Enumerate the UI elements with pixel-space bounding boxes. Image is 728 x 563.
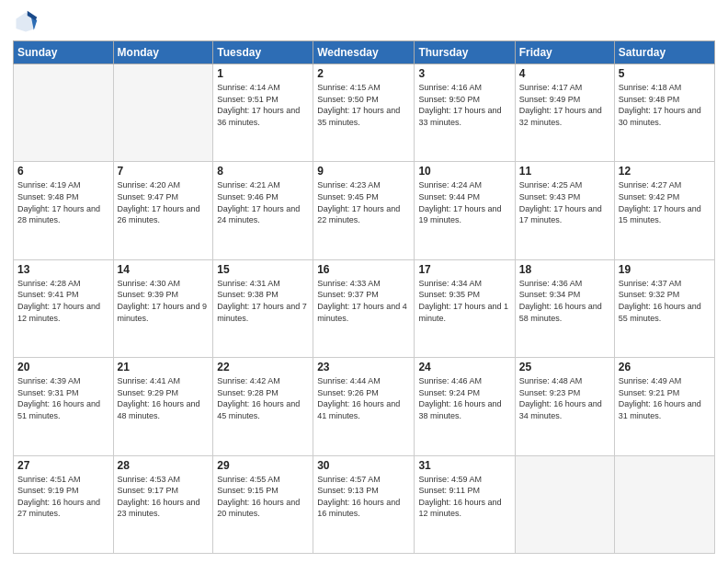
calendar-cell: 1Sunrise: 4:14 AM Sunset: 9:51 PM Daylig… <box>213 64 313 162</box>
day-number: 3 <box>418 67 510 80</box>
calendar-cell: 28Sunrise: 4:53 AM Sunset: 9:17 PM Dayli… <box>113 455 213 553</box>
calendar-table: SundayMondayTuesdayWednesdayThursdayFrid… <box>13 40 715 554</box>
calendar-cell: 9Sunrise: 4:23 AM Sunset: 9:45 PM Daylig… <box>313 162 415 259</box>
day-info: Sunrise: 4:23 AM Sunset: 9:45 PM Dayligh… <box>317 179 410 225</box>
day-info: Sunrise: 4:42 AM Sunset: 9:28 PM Dayligh… <box>217 375 309 421</box>
calendar-week-row: 20Sunrise: 4:39 AM Sunset: 9:31 PM Dayli… <box>14 358 715 455</box>
day-number: 27 <box>17 459 109 472</box>
weekday-header: Thursday <box>415 41 515 64</box>
calendar-cell: 17Sunrise: 4:34 AM Sunset: 9:35 PM Dayli… <box>415 259 515 357</box>
calendar-cell: 7Sunrise: 4:20 AM Sunset: 9:47 PM Daylig… <box>113 162 213 259</box>
day-number: 16 <box>317 263 410 276</box>
weekday-row: SundayMondayTuesdayWednesdayThursdayFrid… <box>14 41 715 64</box>
day-info: Sunrise: 4:41 AM Sunset: 9:29 PM Dayligh… <box>118 375 210 421</box>
day-number: 11 <box>519 165 610 178</box>
day-info: Sunrise: 4:37 AM Sunset: 9:32 PM Dayligh… <box>619 278 711 324</box>
day-info: Sunrise: 4:55 AM Sunset: 9:15 PM Dayligh… <box>217 474 309 520</box>
day-info: Sunrise: 4:19 AM Sunset: 9:48 PM Dayligh… <box>17 179 109 225</box>
calendar-week-row: 6Sunrise: 4:19 AM Sunset: 9:48 PM Daylig… <box>14 162 715 259</box>
day-info: Sunrise: 4:39 AM Sunset: 9:31 PM Dayligh… <box>17 375 109 421</box>
calendar-cell: 30Sunrise: 4:57 AM Sunset: 9:13 PM Dayli… <box>313 455 415 553</box>
calendar-cell: 13Sunrise: 4:28 AM Sunset: 9:41 PM Dayli… <box>14 259 114 357</box>
day-number: 8 <box>217 165 309 178</box>
calendar-cell: 31Sunrise: 4:59 AM Sunset: 9:11 PM Dayli… <box>415 455 515 553</box>
calendar-cell: 22Sunrise: 4:42 AM Sunset: 9:28 PM Dayli… <box>213 358 313 455</box>
calendar-cell: 26Sunrise: 4:49 AM Sunset: 9:21 PM Dayli… <box>614 358 714 455</box>
weekday-header: Sunday <box>14 41 114 64</box>
logo <box>13 9 42 35</box>
day-info: Sunrise: 4:49 AM Sunset: 9:21 PM Dayligh… <box>619 375 711 421</box>
calendar-cell: 27Sunrise: 4:51 AM Sunset: 9:19 PM Dayli… <box>14 455 114 553</box>
calendar-cell: 20Sunrise: 4:39 AM Sunset: 9:31 PM Dayli… <box>14 358 114 455</box>
day-info: Sunrise: 4:14 AM Sunset: 9:51 PM Dayligh… <box>217 82 309 128</box>
day-number: 2 <box>317 67 410 80</box>
day-number: 21 <box>118 361 210 373</box>
calendar-cell: 5Sunrise: 4:18 AM Sunset: 9:48 PM Daylig… <box>614 64 714 162</box>
calendar-body: 1Sunrise: 4:14 AM Sunset: 9:51 PM Daylig… <box>14 64 715 554</box>
day-info: Sunrise: 4:34 AM Sunset: 9:35 PM Dayligh… <box>418 278 510 324</box>
calendar-cell: 6Sunrise: 4:19 AM Sunset: 9:48 PM Daylig… <box>14 162 114 259</box>
weekday-header: Saturday <box>614 41 714 64</box>
weekday-header: Wednesday <box>313 41 415 64</box>
day-number: 28 <box>118 459 210 472</box>
day-number: 31 <box>418 459 510 472</box>
calendar-cell <box>614 455 714 553</box>
calendar-cell: 2Sunrise: 4:15 AM Sunset: 9:50 PM Daylig… <box>313 64 415 162</box>
calendar-cell: 11Sunrise: 4:25 AM Sunset: 9:43 PM Dayli… <box>515 162 614 259</box>
calendar-cell: 25Sunrise: 4:48 AM Sunset: 9:23 PM Dayli… <box>515 358 614 455</box>
day-number: 14 <box>118 263 210 276</box>
calendar-week-row: 1Sunrise: 4:14 AM Sunset: 9:51 PM Daylig… <box>14 64 715 162</box>
calendar-cell: 3Sunrise: 4:16 AM Sunset: 9:50 PM Daylig… <box>415 64 515 162</box>
header <box>13 9 715 35</box>
calendar-cell: 24Sunrise: 4:46 AM Sunset: 9:24 PM Dayli… <box>415 358 515 455</box>
day-number: 25 <box>519 361 610 373</box>
calendar-cell: 19Sunrise: 4:37 AM Sunset: 9:32 PM Dayli… <box>614 259 714 357</box>
calendar-cell <box>515 455 614 553</box>
weekday-header: Monday <box>113 41 213 64</box>
day-info: Sunrise: 4:51 AM Sunset: 9:19 PM Dayligh… <box>17 474 109 520</box>
day-info: Sunrise: 4:33 AM Sunset: 9:37 PM Dayligh… <box>317 278 410 324</box>
day-info: Sunrise: 4:36 AM Sunset: 9:34 PM Dayligh… <box>519 278 610 324</box>
day-number: 6 <box>17 165 109 178</box>
weekday-header: Tuesday <box>213 41 313 64</box>
day-info: Sunrise: 4:20 AM Sunset: 9:47 PM Dayligh… <box>118 179 210 225</box>
day-info: Sunrise: 4:44 AM Sunset: 9:26 PM Dayligh… <box>317 375 410 421</box>
day-info: Sunrise: 4:46 AM Sunset: 9:24 PM Dayligh… <box>418 375 510 421</box>
calendar-cell <box>113 64 213 162</box>
day-info: Sunrise: 4:59 AM Sunset: 9:11 PM Dayligh… <box>418 474 510 520</box>
day-number: 4 <box>519 67 610 80</box>
day-number: 24 <box>418 361 510 373</box>
day-number: 23 <box>317 361 410 373</box>
day-number: 15 <box>217 263 309 276</box>
day-info: Sunrise: 4:24 AM Sunset: 9:44 PM Dayligh… <box>418 179 510 225</box>
day-number: 17 <box>418 263 510 276</box>
calendar-week-row: 27Sunrise: 4:51 AM Sunset: 9:19 PM Dayli… <box>14 455 715 553</box>
calendar-page: SundayMondayTuesdayWednesdayThursdayFrid… <box>0 0 728 563</box>
day-info: Sunrise: 4:25 AM Sunset: 9:43 PM Dayligh… <box>519 179 610 225</box>
day-number: 26 <box>619 361 711 373</box>
day-info: Sunrise: 4:17 AM Sunset: 9:49 PM Dayligh… <box>519 82 610 128</box>
day-info: Sunrise: 4:16 AM Sunset: 9:50 PM Dayligh… <box>418 82 510 128</box>
day-info: Sunrise: 4:53 AM Sunset: 9:17 PM Dayligh… <box>118 474 210 520</box>
calendar-cell: 21Sunrise: 4:41 AM Sunset: 9:29 PM Dayli… <box>113 358 213 455</box>
day-number: 13 <box>17 263 109 276</box>
calendar-cell: 23Sunrise: 4:44 AM Sunset: 9:26 PM Dayli… <box>313 358 415 455</box>
day-number: 29 <box>217 459 309 472</box>
calendar-cell: 15Sunrise: 4:31 AM Sunset: 9:38 PM Dayli… <box>213 259 313 357</box>
day-info: Sunrise: 4:28 AM Sunset: 9:41 PM Dayligh… <box>17 278 109 324</box>
calendar-week-row: 13Sunrise: 4:28 AM Sunset: 9:41 PM Dayli… <box>14 259 715 357</box>
calendar-cell: 29Sunrise: 4:55 AM Sunset: 9:15 PM Dayli… <box>213 455 313 553</box>
calendar-cell: 18Sunrise: 4:36 AM Sunset: 9:34 PM Dayli… <box>515 259 614 357</box>
weekday-header: Friday <box>515 41 614 64</box>
calendar-cell: 4Sunrise: 4:17 AM Sunset: 9:49 PM Daylig… <box>515 64 614 162</box>
calendar-cell: 12Sunrise: 4:27 AM Sunset: 9:42 PM Dayli… <box>614 162 714 259</box>
calendar-cell: 8Sunrise: 4:21 AM Sunset: 9:46 PM Daylig… <box>213 162 313 259</box>
day-info: Sunrise: 4:21 AM Sunset: 9:46 PM Dayligh… <box>217 179 309 225</box>
day-info: Sunrise: 4:31 AM Sunset: 9:38 PM Dayligh… <box>217 278 309 324</box>
day-number: 30 <box>317 459 410 472</box>
day-number: 18 <box>519 263 610 276</box>
calendar-cell: 10Sunrise: 4:24 AM Sunset: 9:44 PM Dayli… <box>415 162 515 259</box>
calendar-cell <box>14 64 114 162</box>
day-info: Sunrise: 4:18 AM Sunset: 9:48 PM Dayligh… <box>619 82 711 128</box>
day-number: 7 <box>118 165 210 178</box>
